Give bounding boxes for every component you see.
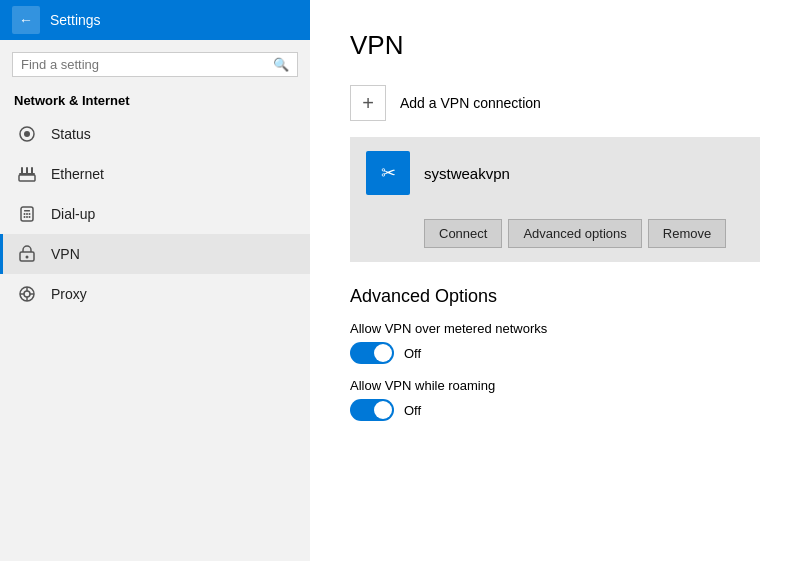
svg-rect-3 — [21, 167, 23, 175]
svg-point-16 — [26, 256, 29, 259]
metered-toggle-row: Off — [350, 342, 760, 364]
section-label: Network & Internet — [0, 85, 310, 114]
connect-button[interactable]: Connect — [424, 219, 502, 248]
advanced-options-button[interactable]: Advanced options — [508, 219, 641, 248]
sidebar-item-dialup[interactable]: Dial-up — [0, 194, 310, 234]
sidebar-header: ← Settings — [0, 0, 310, 40]
roaming-toggle-thumb — [374, 401, 392, 419]
add-vpn-label: Add a VPN connection — [400, 95, 541, 111]
roaming-toggle[interactable] — [350, 399, 394, 421]
svg-rect-8 — [24, 210, 30, 212]
svg-point-18 — [24, 291, 30, 297]
ethernet-label: Ethernet — [51, 166, 104, 182]
svg-rect-5 — [31, 167, 33, 175]
svg-point-10 — [26, 213, 28, 215]
roaming-section: Allow VPN while roaming Off — [350, 378, 760, 421]
ethernet-icon — [17, 164, 37, 184]
svg-point-12 — [24, 216, 26, 218]
vpn-nav-icon — [17, 244, 37, 264]
metered-toggle-thumb — [374, 344, 392, 362]
add-vpn-icon: + — [350, 85, 386, 121]
vpn-nav-label: VPN — [51, 246, 80, 262]
status-label: Status — [51, 126, 91, 142]
svg-point-1 — [24, 131, 30, 137]
back-button[interactable]: ← — [12, 6, 40, 34]
search-input[interactable] — [21, 57, 267, 72]
sidebar: ← Settings 🔍 Network & Internet Status E… — [0, 0, 310, 561]
sidebar-item-vpn[interactable]: VPN — [0, 234, 310, 274]
page-title: VPN — [350, 30, 760, 61]
vpn-connection-card[interactable]: ✂ systweakvpn — [350, 137, 760, 209]
vpn-connection-name: systweakvpn — [424, 165, 510, 182]
metered-toggle[interactable] — [350, 342, 394, 364]
vpn-logo-box: ✂ — [366, 151, 410, 195]
add-vpn-row[interactable]: + Add a VPN connection — [350, 85, 760, 121]
svg-rect-4 — [26, 167, 28, 175]
roaming-label: Allow VPN while roaming — [350, 378, 760, 393]
sidebar-item-status[interactable]: Status — [0, 114, 310, 154]
search-box[interactable]: 🔍 — [12, 52, 298, 77]
scissors-icon: ✂ — [381, 162, 396, 184]
proxy-icon — [17, 284, 37, 304]
vpn-actions: Connect Advanced options Remove — [350, 209, 760, 262]
svg-rect-6 — [19, 175, 35, 181]
svg-point-14 — [29, 216, 31, 218]
dialup-label: Dial-up — [51, 206, 95, 222]
metered-toggle-value: Off — [404, 346, 421, 361]
svg-point-9 — [24, 213, 26, 215]
main-content: VPN + Add a VPN connection ✂ systweakvpn… — [310, 0, 800, 561]
sidebar-item-proxy[interactable]: Proxy — [0, 274, 310, 314]
svg-point-11 — [29, 213, 31, 215]
search-icon: 🔍 — [273, 57, 289, 72]
svg-point-13 — [26, 216, 28, 218]
sidebar-item-ethernet[interactable]: Ethernet — [0, 154, 310, 194]
proxy-label: Proxy — [51, 286, 87, 302]
settings-title: Settings — [50, 12, 101, 28]
remove-button[interactable]: Remove — [648, 219, 726, 248]
metered-label: Allow VPN over metered networks — [350, 321, 760, 336]
dialup-icon — [17, 204, 37, 224]
roaming-toggle-value: Off — [404, 403, 421, 418]
roaming-toggle-row: Off — [350, 399, 760, 421]
advanced-options-title: Advanced Options — [350, 286, 760, 307]
metered-networks-section: Allow VPN over metered networks Off — [350, 321, 760, 364]
status-icon — [17, 124, 37, 144]
